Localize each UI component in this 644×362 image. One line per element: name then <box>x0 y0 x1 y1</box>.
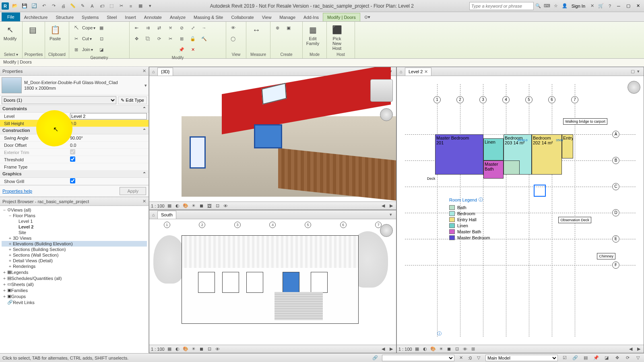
tree-groups[interactable]: +▣ Groups <box>2 293 147 299</box>
tree-links[interactable]: 🔗 Revit Links <box>2 299 147 305</box>
demolish-icon[interactable]: 🔨 <box>199 33 209 44</box>
exchange-icon[interactable]: ✕ <box>588 2 597 10</box>
info-icon[interactable]: ⓘ <box>479 197 483 203</box>
undo-icon[interactable]: ↶ <box>39 2 48 10</box>
create-group-icon[interactable]: ▣ <box>283 23 294 33</box>
tab-modify-doors[interactable]: Modify | Doors <box>323 13 360 21</box>
tab-manage[interactable]: Manage <box>275 13 299 21</box>
cat-graphics[interactable]: Graphics⌃ <box>0 171 149 178</box>
close-button[interactable]: ✕ <box>634 2 642 10</box>
threshold-checkbox[interactable] <box>70 156 75 162</box>
prop-threshold[interactable]: Threshold <box>0 156 149 163</box>
sign-in-link[interactable]: Sign In <box>569 4 588 8</box>
grid-bubble-4[interactable]: 4 <box>502 96 510 103</box>
cope-button[interactable]: ⛏Cope ▾ <box>71 23 95 33</box>
open-icon[interactable]: 📂 <box>10 2 19 10</box>
scale-icon[interactable]: ⤢ <box>188 23 198 33</box>
ribbon-expand-icon[interactable]: ⊙▾ <box>360 13 374 21</box>
tab-steel[interactable]: Steel <box>103 13 121 21</box>
mirror-draw-icon[interactable]: ⤧ <box>165 23 175 33</box>
move-icon[interactable]: ✥ <box>131 33 142 44</box>
rotate-icon[interactable]: ⟳ <box>154 33 164 44</box>
sb-select-pinned-icon[interactable]: 📌 <box>592 354 600 362</box>
workset-select[interactable]: Main Model <box>485 355 558 361</box>
tab-architecture[interactable]: Architecture <box>20 13 52 21</box>
mirror-axis-icon[interactable]: ⇄ <box>154 23 164 33</box>
grid-bubble-5[interactable]: 5 <box>525 96 533 103</box>
edit-family-button[interactable]: ▦Edit Family <box>304 23 321 47</box>
tree-site[interactable]: Site <box>2 230 147 235</box>
tree-level1[interactable]: Level 1 <box>2 218 147 224</box>
grid-bubble-3[interactable]: 3 <box>479 96 487 103</box>
prop-frame[interactable]: Frame Type <box>0 163 149 171</box>
prop-swing[interactable]: Swing Angle90.00° <box>0 134 149 142</box>
grid-bubble-6[interactable]: 6 <box>548 96 555 103</box>
extend-icon[interactable]: → <box>199 23 209 33</box>
view-unhide-icon[interactable]: ◯ <box>228 33 238 44</box>
room[interactable] <box>504 160 520 175</box>
dim-icon[interactable]: ✎ <box>78 2 87 10</box>
tree-legends[interactable]: +▦ Legends <box>2 269 147 275</box>
wall-join-icon[interactable]: ▦ <box>96 23 107 33</box>
sb-select-underlay-icon[interactable]: ▤ <box>582 354 589 362</box>
edit-type-button[interactable]: ✎Edit Type <box>118 97 147 104</box>
sb-filter2-icon[interactable]: ▽ <box>634 354 642 362</box>
align-icon[interactable]: ⇤ <box>131 23 142 33</box>
beam-join-icon[interactable]: ⊡ <box>96 33 107 44</box>
type-selector[interactable]: M_Door-Exterior-Double-Full Glass-Wood_C… <box>0 76 149 95</box>
viewport-level2[interactable]: ⌂ Level 2✕ ▢ ▾ 1234567ABCDEF Master Bedr… <box>396 67 644 353</box>
maximize-button[interactable]: ▢ <box>624 2 633 10</box>
tab-massing[interactable]: Massing & Site <box>190 13 227 21</box>
split-icon[interactable]: ⊘ <box>176 23 187 33</box>
minimize-button[interactable]: ─ <box>614 2 623 10</box>
cut-button[interactable]: ✂Cut ▾ <box>71 33 95 44</box>
split-face-icon[interactable]: ◪ <box>96 44 107 55</box>
cat-construction[interactable]: Construction⌃ <box>0 127 149 134</box>
tab-structure[interactable]: Structure <box>52 13 78 21</box>
prop-grill[interactable]: Show Grill <box>0 178 149 185</box>
pin-icon[interactable]: 📌 <box>176 44 187 55</box>
array-icon[interactable]: ⊞ <box>176 33 187 44</box>
delete-icon[interactable]: ✕ <box>188 44 198 55</box>
tab-addins[interactable]: Add-Ins <box>299 13 323 21</box>
tree-3d[interactable]: +3D Views <box>2 235 147 241</box>
user-icon[interactable]: 👤 <box>560 2 569 10</box>
sb-select-face-icon[interactable]: ◪ <box>603 354 610 362</box>
properties-close-icon[interactable]: ✕ <box>142 68 146 74</box>
nav-wheel-icon[interactable] <box>380 108 393 121</box>
room[interactable]: Entry <box>562 134 573 158</box>
vs-model-icon[interactable]: ▦ <box>166 203 173 209</box>
apply-button[interactable]: Apply <box>120 187 146 195</box>
tree-schedules[interactable]: +▤ Schedules/Quantities (all) <box>2 275 147 281</box>
info-marker-icon[interactable]: ⓘ <box>437 331 442 337</box>
grid-bubble-2[interactable]: 2 <box>456 96 464 103</box>
text-icon[interactable]: A <box>88 2 97 10</box>
vs-visual-icon[interactable]: 🎨 <box>182 203 189 209</box>
tab-view[interactable]: View <box>258 13 276 21</box>
redo-icon[interactable]: ↷ <box>49 2 58 10</box>
room[interactable]: Master Bedroom201 <box>435 134 483 175</box>
tree-families[interactable]: +▣ Families <box>2 287 147 293</box>
tree-render[interactable]: +Renderings <box>2 263 147 269</box>
sb-editable-icon[interactable]: ☑ <box>561 354 568 362</box>
save-icon[interactable]: 💾 <box>20 2 29 10</box>
properties-button[interactable]: ▤ <box>24 23 41 37</box>
paste-button[interactable]: 📋Paste <box>47 23 64 42</box>
room[interactable]: Linen <box>483 138 504 160</box>
home-icon[interactable]: ⌂ <box>149 212 157 217</box>
star-icon[interactable]: ☆ <box>551 2 560 10</box>
viewport-south[interactable]: ⌂ South ▾ 1234567 <box>149 210 396 353</box>
grill-checkbox[interactable] <box>70 178 75 183</box>
tree-elevations[interactable]: +Elevations (Building Elevation) <box>2 241 147 247</box>
measure-icon[interactable]: 📏 <box>68 2 77 10</box>
tree-detail[interactable]: +Detail Views (Detail) <box>2 258 147 263</box>
modify-tool-button[interactable]: ↖Modify <box>2 23 19 42</box>
tree-views[interactable]: −⊙ Views (all) <box>2 207 147 213</box>
sync-icon[interactable]: 🔄 <box>30 2 39 10</box>
viewcube[interactable] <box>370 79 393 102</box>
pick-host-button[interactable]: ⬛Pick New Host <box>328 23 345 51</box>
file-tab[interactable]: File <box>2 12 20 21</box>
grid-bubble-7[interactable]: 7 <box>571 96 578 103</box>
prop-sill-height[interactable]: Sill Height 0.0 <box>0 120 149 127</box>
vs-sun-icon[interactable]: ☀ <box>190 203 197 209</box>
